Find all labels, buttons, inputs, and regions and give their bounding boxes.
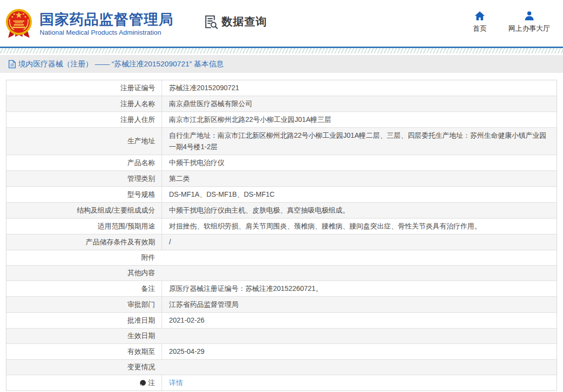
row-label-text: 批准日期 — [127, 316, 155, 325]
striped-divider — [0, 48, 563, 54]
row-label: 审批部门 — [6, 297, 162, 312]
row-value-cell: 原医疗器械注册证编号：苏械注准20152260721。 — [162, 281, 557, 296]
table-row: 产品储存条件及有效期 / — [6, 234, 557, 250]
breadcrumb: 境内医疗器械（注册） —— “苏械注准20152090721” 基本信息 — [18, 59, 224, 69]
row-label: 生产地址 — [6, 128, 162, 155]
row-value-cell: 详情 — [162, 375, 557, 391]
row-value: 原医疗器械注册证编号：苏械注准20152260721。 — [169, 283, 323, 294]
brand-block: 国家药品监督管理局 National Medical Products Admi… — [40, 11, 173, 36]
nav-home[interactable]: 首页 — [473, 11, 487, 33]
row-value: 中频干扰电治疗仪由主机、皮肤电极、真空抽吸电极组成。 — [169, 205, 349, 216]
row-label-text: 注册人名称 — [120, 100, 155, 109]
table-row: 生效日期 — [6, 328, 557, 343]
info-table: 注册证编号 苏械注准20152090721 注册人名称 南京鼎世医疗器械有限公司… — [6, 80, 557, 391]
row-value-cell: 中频干扰电治疗仪由主机、皮肤电极、真空抽吸电极组成。 — [162, 203, 557, 218]
row-label-text: 注 — [148, 379, 155, 388]
row-label-text: 生产地址 — [127, 137, 155, 146]
row-value-cell — [162, 329, 557, 343]
table-row: 变更情况 — [6, 359, 557, 375]
row-value-cell: 2025-04-29 — [162, 344, 557, 359]
row-value: 第二类 — [169, 173, 190, 184]
page-doc-icon — [8, 60, 16, 68]
nav-home-label: 首页 — [473, 24, 487, 33]
row-value: 中频干扰电治疗仪 — [169, 157, 225, 168]
row-label: 变更情况 — [6, 360, 162, 375]
row-label-text: 生效日期 — [127, 332, 155, 340]
data-query-nav[interactable]: 数据查询 — [204, 14, 267, 29]
row-label: 注册证编号 — [6, 80, 162, 96]
row-value[interactable]: 详情 — [169, 377, 183, 389]
row-value-cell: 对扭挫伤、软组织劳损、肩关节周围炎、颈椎病、腰椎病、腰间盘突出症、骨性关节炎具有… — [162, 219, 557, 234]
user-icon — [524, 11, 535, 21]
row-label-text: 附件 — [141, 253, 155, 262]
row-label-text: 型号规格 — [127, 190, 155, 199]
row-label: 有效期至 — [6, 344, 162, 359]
row-label-text: 注册证编号 — [120, 84, 155, 93]
row-label: 批准日期 — [6, 313, 162, 328]
row-label-text: 结构及组成/主要组成成分 — [77, 206, 155, 215]
nav-service-hall[interactable]: 网上办事大厅 — [508, 11, 550, 33]
row-value-cell: 2021-02-26 — [162, 313, 557, 328]
row-value: 南京市江北新区柳州北路22号小柳工业园J01A幢三层 — [169, 114, 331, 125]
page-header: 国家药品监督管理局 National Medical Products Admi… — [0, 0, 563, 48]
table-row: 适用范围/预期用途 对扭挫伤、软组织劳损、肩关节周围炎、颈椎病、腰椎病、腰间盘突… — [6, 218, 557, 234]
breadcrumb-bar: 境内医疗器械（注册） —— “苏械注准20152090721” 基本信息 — [0, 55, 563, 73]
row-label-text: 产品储存条件及有效期 — [86, 238, 155, 247]
table-row: 生产地址 自行生产地址：南京市江北新区柳州北路22号小柳工业园J01A幢二层、三… — [6, 127, 557, 155]
row-label: 注册人住所 — [6, 112, 162, 127]
row-value: 苏械注准20152090721 — [169, 82, 239, 94]
row-label: 生效日期 — [6, 329, 162, 343]
row-value-cell — [162, 250, 557, 265]
table-row: 备注 原医疗器械注册证编号：苏械注准20152260721。 — [6, 280, 557, 296]
row-value: 2021-02-26 — [169, 315, 205, 326]
table-row: 附件 — [6, 250, 557, 265]
table-row: 型号规格 DS-MF1A、DS-MF1B、DS-MF1C — [6, 186, 557, 202]
table-row: 有效期至 2025-04-29 — [6, 343, 557, 359]
row-label-text: 适用范围/预期用途 — [98, 222, 155, 231]
table-row: 注册证编号 苏械注准20152090721 — [6, 80, 557, 96]
row-value-cell — [162, 360, 557, 375]
row-label: 产品储存条件及有效期 — [6, 234, 162, 250]
nav-service-hall-label: 网上办事大厅 — [508, 24, 550, 33]
table-row: 注 详情 — [6, 375, 557, 391]
row-value: 江苏省药品监督管理局 — [169, 299, 238, 310]
row-value: 2025-04-29 — [169, 346, 205, 357]
row-label-text: 产品名称 — [127, 159, 155, 168]
data-query-label: 数据查询 — [222, 14, 267, 29]
row-label-text: 变更情况 — [127, 363, 155, 372]
row-value-cell: 南京鼎世医疗器械有限公司 — [162, 96, 557, 112]
row-label: 其他内容 — [6, 266, 162, 280]
row-value-cell: 自行生产地址：南京市江北新区柳州北路22号小柳工业园J01A幢二层、三层、四层委… — [162, 128, 557, 155]
row-label-text: 管理类别 — [127, 174, 155, 183]
site-title: 国家药品监督管理局 — [40, 11, 173, 28]
row-label-text: 注册人住所 — [120, 115, 155, 124]
row-value-cell: 中频干扰电治疗仪 — [162, 155, 557, 170]
home-icon — [474, 11, 485, 21]
row-label-text: 其他内容 — [127, 269, 155, 278]
row-label-text: 审批部门 — [127, 300, 155, 309]
row-label: 注册人名称 — [6, 96, 162, 112]
row-label: 适用范围/预期用途 — [6, 219, 162, 234]
row-value-cell: 江苏省药品监督管理局 — [162, 297, 557, 312]
row-value: DS-MF1A、DS-MF1B、DS-MF1C — [169, 189, 275, 200]
row-value: / — [169, 236, 171, 248]
row-label: 注 — [6, 375, 162, 391]
table-row: 其他内容 — [6, 265, 557, 280]
row-label-text: 备注 — [141, 284, 155, 293]
row-value-cell: DS-MF1A、DS-MF1B、DS-MF1C — [162, 187, 557, 202]
row-label: 型号规格 — [6, 187, 162, 202]
table-row: 审批部门 江苏省药品监督管理局 — [6, 296, 557, 312]
site-subtitle: National Medical Products Administration — [40, 29, 173, 36]
row-value-cell: / — [162, 234, 557, 250]
row-label: 备注 — [6, 281, 162, 296]
row-value-cell: 南京市江北新区柳州北路22号小柳工业园J01A幢三层 — [162, 112, 557, 127]
row-label-text: 有效期至 — [127, 347, 155, 356]
document-search-icon — [204, 14, 218, 29]
row-value: 自行生产地址：南京市江北新区柳州北路22号小柳工业园J01A幢二层、三层、四层委… — [169, 130, 549, 153]
row-value-cell: 苏械注准20152090721 — [162, 80, 557, 96]
row-value: 南京鼎世医疗器械有限公司 — [169, 98, 252, 110]
row-value: 对扭挫伤、软组织劳损、肩关节周围炎、颈椎病、腰椎病、腰间盘突出症、骨性关节炎具有… — [169, 221, 481, 232]
table-row: 产品名称 中频干扰电治疗仪 — [6, 155, 557, 170]
note-icon — [140, 380, 146, 386]
row-value-cell: 第二类 — [162, 171, 557, 186]
